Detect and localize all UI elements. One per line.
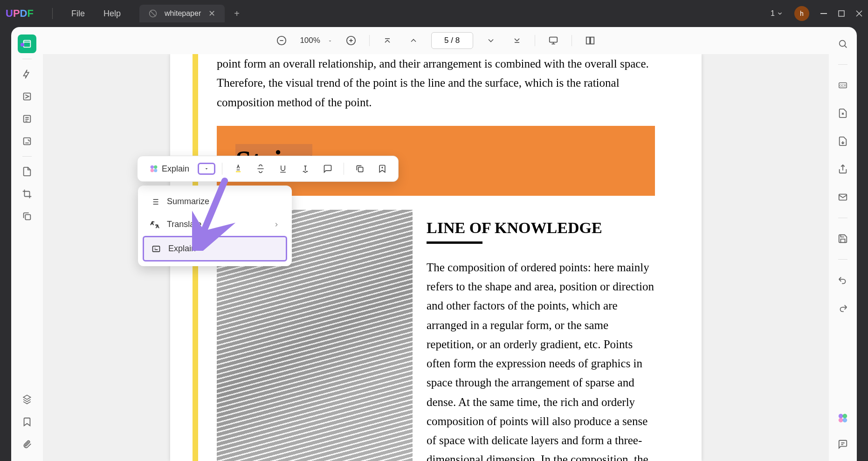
svg-text:OCR: OCR <box>840 84 847 87</box>
page-number-input[interactable] <box>431 32 473 49</box>
crop-tool[interactable] <box>18 185 36 203</box>
share-button[interactable] <box>834 160 852 179</box>
form-tool[interactable] <box>18 132 36 151</box>
prev-page-button[interactable] <box>405 34 422 47</box>
document-toolbar: 100% <box>43 27 829 54</box>
copy-tool[interactable] <box>18 207 36 226</box>
separator <box>535 35 535 46</box>
chevron-right-icon <box>273 221 280 228</box>
annotate-tool[interactable] <box>18 87 36 106</box>
separator <box>52 8 53 19</box>
undo-button[interactable] <box>834 271 852 289</box>
minimize-button[interactable] <box>820 10 827 17</box>
svg-rect-1 <box>820 13 827 14</box>
highlighter-tool[interactable] <box>18 65 36 83</box>
last-page-button[interactable] <box>509 34 525 47</box>
attachment-button[interactable] <box>18 435 36 454</box>
svg-point-20 <box>840 41 846 47</box>
explain-button[interactable]: Explain <box>144 160 194 178</box>
next-page-button[interactable] <box>482 34 499 47</box>
outline-tool[interactable] <box>18 110 36 128</box>
zoom-out-button[interactable] <box>273 34 290 48</box>
svg-point-13 <box>151 165 154 169</box>
presentation-button[interactable] <box>544 34 562 48</box>
squiggly-button[interactable] <box>296 160 315 177</box>
compress-button[interactable] <box>834 104 852 123</box>
ai-dropdown-menu: Summarize Translate Explain <box>138 186 292 266</box>
menu-file[interactable]: File <box>71 9 85 19</box>
explain-label: Explain <box>162 164 189 174</box>
separator <box>222 163 222 175</box>
svg-point-14 <box>154 165 157 169</box>
content-area: 100% <box>43 27 829 461</box>
redo-button[interactable] <box>834 299 852 317</box>
ai-dropdown-button[interactable] <box>198 163 215 175</box>
svg-rect-18 <box>358 167 363 172</box>
comment-button[interactable] <box>318 160 337 177</box>
tab-readonly-icon <box>149 9 157 18</box>
svg-point-26 <box>839 418 843 422</box>
email-button[interactable] <box>834 188 852 206</box>
tab-close-icon[interactable]: ✕ <box>208 8 215 19</box>
ocr-button[interactable]: OCR <box>834 76 852 95</box>
menu-item-explain[interactable]: Explain <box>143 236 287 261</box>
menu-label: Translate <box>167 220 201 229</box>
explain-icon <box>152 244 161 254</box>
bookmark-add-button[interactable] <box>373 160 392 177</box>
right-sidebar: OCR <box>829 27 857 461</box>
svg-rect-11 <box>586 37 589 44</box>
document-tab[interactable]: whitepaper ✕ <box>139 5 225 22</box>
title-bar: UPDF File Help whitepaper ✕ + 1 h <box>0 0 868 27</box>
app-logo: UPDF <box>6 7 34 20</box>
comments-panel-button[interactable] <box>834 435 852 454</box>
zoom-level-display[interactable]: 100% <box>300 36 332 45</box>
search-button[interactable] <box>834 34 852 53</box>
underline-button[interactable] <box>274 160 292 177</box>
bookmark-button[interactable] <box>18 413 36 431</box>
svg-point-16 <box>154 169 157 172</box>
page-tool[interactable] <box>18 162 36 181</box>
menu-label: Summarize <box>167 197 209 206</box>
svg-rect-17 <box>236 171 241 172</box>
strikethrough-button[interactable] <box>251 160 270 177</box>
separator <box>22 156 32 157</box>
zoom-in-button[interactable] <box>342 34 360 48</box>
menu-item-summarize[interactable]: Summarize <box>143 190 287 213</box>
maximize-button[interactable] <box>838 10 845 17</box>
separator <box>572 35 572 46</box>
first-page-button[interactable] <box>379 34 396 47</box>
svg-rect-3 <box>24 41 31 48</box>
menu-help[interactable]: Help <box>103 9 121 19</box>
page-layout-button[interactable] <box>581 34 599 48</box>
menu-label: Explain <box>168 244 196 254</box>
separator <box>369 35 370 46</box>
app-frame: 100% <box>11 27 857 461</box>
separator <box>838 218 847 218</box>
heading-underline <box>427 241 482 244</box>
svg-rect-10 <box>549 37 557 42</box>
layers-button[interactable] <box>18 390 36 409</box>
user-avatar[interactable]: h <box>794 6 809 21</box>
svg-point-25 <box>842 414 847 419</box>
svg-rect-19 <box>153 246 160 252</box>
separator <box>22 59 32 59</box>
highlight-color-button[interactable] <box>229 160 248 177</box>
menu-item-translate[interactable]: Translate <box>143 213 287 236</box>
save-button[interactable] <box>834 229 852 248</box>
paragraph-text: The composition of ordered points: here … <box>427 258 655 461</box>
convert-button[interactable] <box>834 132 852 151</box>
tab-title: whitepaper <box>165 9 201 18</box>
accent-indicator <box>21 43 24 47</box>
selection-toolbar: Explain <box>137 156 399 182</box>
svg-rect-12 <box>591 37 594 44</box>
svg-point-27 <box>842 418 847 422</box>
svg-point-24 <box>839 414 843 419</box>
svg-rect-2 <box>839 11 844 16</box>
new-tab-button[interactable]: + <box>234 8 240 19</box>
svg-point-15 <box>151 169 154 172</box>
separator <box>838 259 847 260</box>
notification-counter[interactable]: 1 <box>771 9 783 18</box>
copy-button[interactable] <box>351 160 369 177</box>
close-window-button[interactable] <box>856 10 862 17</box>
ai-assistant-button[interactable] <box>834 409 852 427</box>
